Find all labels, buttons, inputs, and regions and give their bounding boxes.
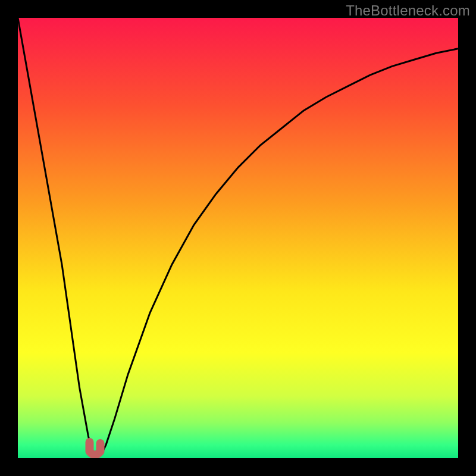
bottleneck-chart xyxy=(18,18,458,458)
watermark-text: TheBottleneck.com xyxy=(346,2,470,19)
gradient-background xyxy=(18,18,458,458)
plot-area xyxy=(18,18,458,458)
chart-frame: TheBottleneck.com xyxy=(0,0,476,476)
